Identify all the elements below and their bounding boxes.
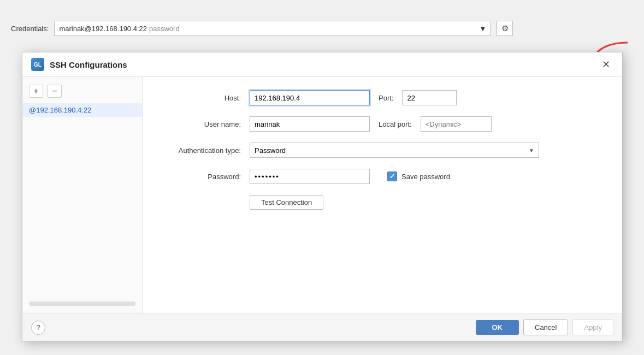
username-input[interactable] xyxy=(250,116,370,132)
dropdown-arrow-icon: ▼ xyxy=(480,25,487,33)
modal-titlebar: GL SSH Configurations ✕ xyxy=(22,52,622,77)
modal-footer: ? OK Cancel Apply xyxy=(22,313,622,341)
host-port-row: Host: Port: xyxy=(159,90,606,105)
save-password-group: ✓ Save password xyxy=(387,171,450,181)
test-connection-button[interactable]: Test Connection xyxy=(250,195,323,210)
sidebar-list: @192.168.190.4:22 xyxy=(22,103,142,299)
username-localport-row: User name: Local port: xyxy=(159,116,606,132)
help-icon: ? xyxy=(36,323,40,332)
help-button[interactable]: ? xyxy=(31,321,45,335)
save-password-label: Save password xyxy=(401,173,450,181)
cancel-button[interactable]: Cancel xyxy=(523,319,568,335)
port-label: Port: xyxy=(379,94,393,102)
localport-input[interactable] xyxy=(421,116,492,132)
port-input[interactable] xyxy=(402,90,457,105)
credentials-bar: Credentials: marinak@192.168.190.4:22 pa… xyxy=(0,16,644,40)
auth-type-dropdown[interactable]: Password ▼ xyxy=(250,143,539,158)
modal-body: + − @192.168.190.4:22 Host: Port: User n… xyxy=(22,77,622,313)
credentials-label: Credentials: xyxy=(11,25,49,33)
auth-type-arrow-icon: ▼ xyxy=(529,147,534,153)
auth-type-row: Authentication type: Password ▼ xyxy=(159,143,606,158)
credentials-value: marinak@192.168.190.4:22 xyxy=(59,25,147,33)
remove-config-button[interactable]: − xyxy=(48,85,62,98)
password-row: Password: ✓ Save password xyxy=(159,169,606,184)
auth-type-label: Authentication type: xyxy=(159,146,241,155)
test-connection-row: Test Connection xyxy=(159,195,606,210)
password-input[interactable] xyxy=(250,169,370,184)
modal-title: SSH Configurations xyxy=(50,60,593,69)
password-label: Password: xyxy=(159,173,241,181)
auth-type-value: Password xyxy=(255,146,286,155)
sidebar-config-item[interactable]: @192.168.190.4:22 xyxy=(22,103,142,117)
ssh-config-modal: GL SSH Configurations ✕ + − @192.168.190… xyxy=(22,52,623,341)
apply-button[interactable]: Apply xyxy=(572,319,613,335)
modal-app-icon: GL xyxy=(31,58,44,71)
modal-form-content: Host: Port: User name: Local port: Authe… xyxy=(143,77,622,313)
credentials-dropdown[interactable]: marinak@192.168.190.4:22 password ▼ xyxy=(54,21,491,36)
gear-button[interactable]: ⚙ xyxy=(497,21,513,36)
host-input[interactable] xyxy=(250,90,370,105)
credentials-placeholder: password xyxy=(149,25,180,33)
add-config-button[interactable]: + xyxy=(29,85,43,98)
close-button[interactable]: ✕ xyxy=(599,58,613,70)
modal-sidebar: + − @192.168.190.4:22 xyxy=(22,77,143,313)
gear-icon: ⚙ xyxy=(501,23,509,33)
sidebar-scrollbar[interactable] xyxy=(29,301,135,306)
save-password-checkbox[interactable]: ✓ xyxy=(387,171,397,181)
localport-label: Local port: xyxy=(379,120,412,128)
username-label: User name: xyxy=(159,120,241,128)
host-label: Host: xyxy=(159,94,241,102)
checkmark-icon: ✓ xyxy=(389,173,395,180)
ok-button[interactable]: OK xyxy=(476,320,519,335)
sidebar-toolbar: + − xyxy=(22,82,142,100)
